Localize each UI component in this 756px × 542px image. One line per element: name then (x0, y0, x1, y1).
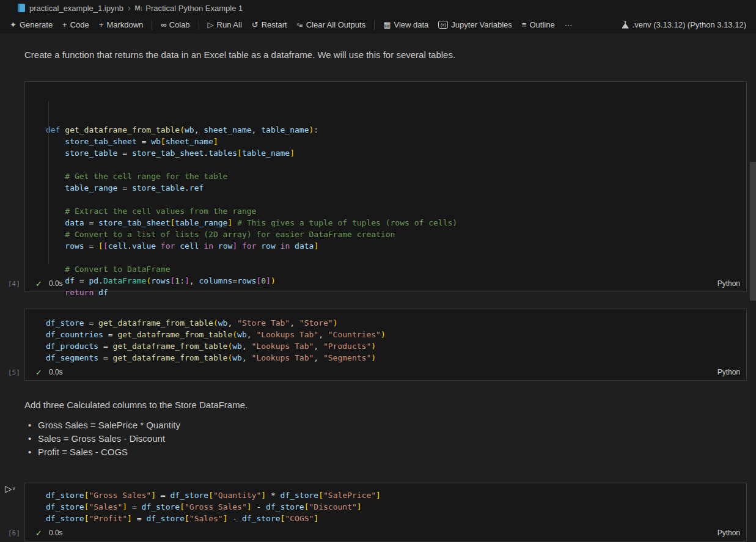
notebook-body: Create a function that returns the data … (0, 34, 756, 542)
execution-count: [6] (8, 529, 20, 537)
kernel-label: .venv (3.13.12) (Python 3.13.12) (633, 20, 746, 29)
execution-duration: 0.0s (49, 279, 63, 288)
colab-button[interactable]: ∞ Colab (156, 18, 194, 31)
add-markdown-button[interactable]: + Markdown (94, 18, 149, 31)
ellipsis-icon: ··· (565, 20, 573, 29)
outline-list-icon: ≡ (522, 20, 527, 29)
notebook-toolbar: ✦ Generate + Code + Markdown ∞ Colab ▷ R… (0, 16, 756, 34)
code-editor[interactable]: df_store = get_dataframe_from_table(wb, … (25, 309, 746, 364)
code-editor[interactable]: def get_dataframe_from_table(wb, sheet_n… (25, 82, 746, 298)
code-cell-2[interactable]: [5] df_store = get_dataframe_from_table(… (24, 309, 747, 381)
run-cell-button[interactable]: ▷ ∨ (5, 484, 15, 494)
sparkle-icon: ✦ (10, 20, 17, 29)
restart-button[interactable]: ↺ Restart (247, 18, 292, 31)
table-grid-icon: ▦ (383, 20, 391, 29)
code-editor[interactable]: df_store["Gross Sales"] = df_store["Quan… (25, 483, 746, 524)
markdown-cell-1[interactable]: Create a function that returns the data … (24, 49, 455, 60)
bullet-item: Sales = Gross Sales - Discount (28, 432, 180, 445)
toolbar-separator (152, 20, 152, 30)
cell-language-picker[interactable]: Python (717, 279, 740, 288)
cell-status-bar: ✓ 0.0s Python (25, 364, 746, 380)
execution-duration: 0.0s (49, 368, 63, 376)
outline-button[interactable]: ≡ Outline (517, 18, 560, 31)
jupyter-variables-button[interactable]: (x) Jupyter Variables (433, 18, 516, 31)
bullet-item: Gross Sales = SalePrice * Quantity (28, 419, 180, 432)
indent-guide (48, 101, 49, 264)
code-cell-1[interactable]: [4] def get_dataframe_from_table(wb, she… (24, 81, 747, 292)
vertical-scrollbar[interactable] (750, 162, 756, 301)
markdown-bullet-list[interactable]: Gross Sales = SalePrice * Quantity Sales… (28, 419, 180, 459)
breadcrumb: practical_example_1.ipynb › M↓ Practical… (0, 0, 756, 16)
breadcrumb-file-name[interactable]: practical_example_1.ipynb (29, 4, 123, 13)
toolbar-separator (374, 20, 375, 30)
cell-language-picker[interactable]: Python (717, 368, 740, 376)
colab-infinity-icon: ∞ (161, 20, 166, 29)
play-icon: ▷ (5, 484, 12, 494)
plus-icon: + (62, 20, 67, 29)
cell-status-bar: ✓ 0.0s Python (25, 276, 746, 291)
code-cell-3[interactable]: ▷ ∨ [6] df_store["Gross Sales"] = df_sto… (24, 483, 747, 541)
execution-duration: 0.0s (49, 529, 63, 537)
markdown-cell-2-heading[interactable]: Add three Calculated columns to the Stor… (24, 400, 248, 410)
execution-count: [5] (8, 368, 20, 376)
execution-count: [4] (8, 280, 20, 288)
view-data-button[interactable]: ▦ View data (378, 18, 433, 31)
markdown-icon: M↓ (135, 4, 143, 12)
run-all-button[interactable]: ▷ Run All (203, 18, 247, 31)
chevron-down-icon: ∨ (12, 486, 16, 492)
cell-language-picker[interactable]: Python (717, 529, 740, 537)
success-check-icon: ✓ (35, 279, 42, 288)
restart-icon: ↺ (252, 20, 259, 29)
bullet-item: Profit = Sales - COGS (28, 445, 180, 459)
play-icon: ▷ (208, 20, 214, 29)
more-actions-button[interactable]: ··· (560, 18, 578, 31)
kernel-picker[interactable]: .venv (3.13.12) (Python 3.13.12) (617, 19, 751, 31)
success-check-icon: ✓ (35, 368, 42, 377)
toolbar-separator (199, 20, 199, 30)
plus-icon: + (99, 20, 104, 29)
generate-button[interactable]: ✦ Generate (5, 18, 57, 31)
kernel-flask-icon (622, 21, 629, 29)
add-code-button[interactable]: + Code (57, 18, 94, 31)
variables-box-icon: (x) (438, 21, 448, 29)
chevron-right-icon: › (128, 3, 131, 13)
notebook-file-icon (18, 4, 25, 12)
clear-all-outputs-button[interactable]: ˣ≡ Clear All Outputs (292, 18, 371, 31)
breadcrumb-section[interactable]: Practical Python Example 1 (145, 4, 243, 13)
cell-status-bar: ✓ 0.0s Python (25, 525, 746, 541)
vscode-notebook-window: practical_example_1.ipynb › M↓ Practical… (0, 0, 756, 542)
success-check-icon: ✓ (35, 529, 42, 538)
clear-outputs-icon: ˣ≡ (297, 21, 303, 29)
